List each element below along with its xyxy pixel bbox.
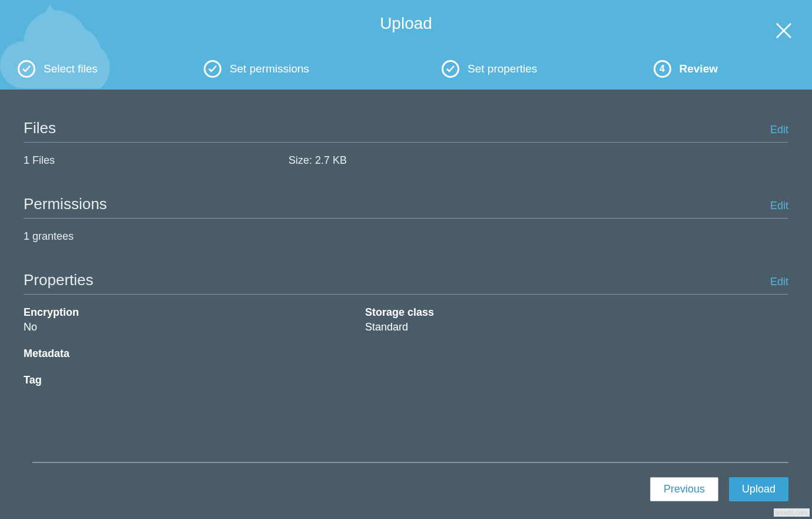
divider [32,462,788,463]
section-body: 1 Files Size: 2.7 KB [24,154,788,167]
encryption-value: No [24,321,365,333]
edit-permissions-link[interactable]: Edit [770,200,788,212]
files-size: Size: 2.7 KB [289,154,788,167]
check-icon [204,60,221,78]
step-number-icon: 4 [654,60,671,78]
section-title: Files [24,119,56,137]
storage-class-value: Standard [365,321,707,333]
grantees-count: 1 grantees [24,230,74,243]
section-header: Files Edit [24,119,788,143]
step-set-properties[interactable]: Set properties [442,60,537,78]
close-icon[interactable] [775,22,792,39]
section-body: 1 grantees [24,230,788,243]
edit-files-link[interactable]: Edit [770,124,788,136]
step-label: Set properties [468,62,537,75]
section-header: Permissions Edit [24,195,788,219]
check-icon [18,60,35,78]
step-label: Select files [44,62,98,75]
dialog-header: Upload Select files Set permissions Set … [0,0,812,90]
files-count: 1 Files [24,154,289,167]
metadata-label: Metadata [24,348,788,360]
step-select-files[interactable]: Select files [18,60,98,78]
tag-label: Tag [24,374,788,386]
footer-buttons: Previous Upload [32,477,788,501]
edit-properties-link[interactable]: Edit [770,276,788,288]
properties-section: Properties Edit Encryption No Storage cl… [24,271,788,386]
dialog-content: Files Edit 1 Files Size: 2.7 KB Permissi… [0,90,812,427]
upload-button[interactable]: Upload [729,477,788,501]
section-body: Encryption No Storage class Standard Met… [24,306,788,386]
check-icon [442,60,459,78]
wizard-stepper: Select files Set permissions Set propert… [0,60,812,78]
step-review[interactable]: 4 Review [654,60,718,78]
files-section: Files Edit 1 Files Size: 2.7 KB [24,119,788,167]
step-set-permissions[interactable]: Set permissions [204,60,309,78]
step-label: Set permissions [230,62,309,75]
watermark: wsxdn.com [774,508,810,517]
section-title: Properties [24,271,94,289]
encryption-label: Encryption [24,306,365,319]
section-header: Properties Edit [24,271,788,295]
permissions-section: Permissions Edit 1 grantees [24,195,788,243]
step-label: Review [680,62,718,75]
dialog-footer: Previous Upload [0,462,812,519]
previous-button[interactable]: Previous [650,477,718,501]
storage-class-label: Storage class [365,306,707,319]
section-title: Permissions [24,195,107,213]
